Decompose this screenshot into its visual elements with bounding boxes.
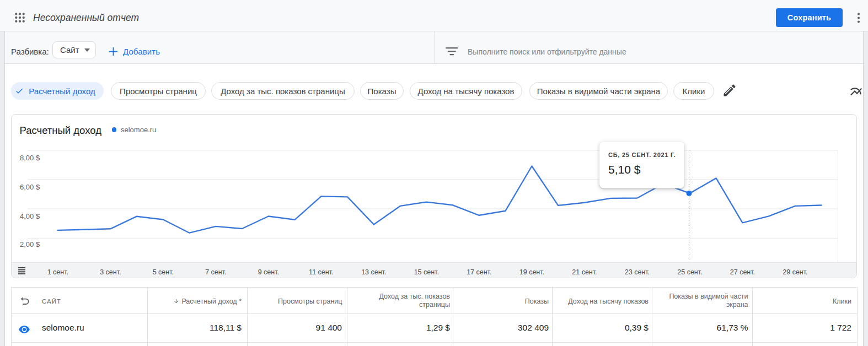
svg-text:27 сент.: 27 сент.	[730, 268, 755, 276]
svg-text:2,00 $: 2,00 $	[20, 240, 40, 248]
svg-text:29 сент.: 29 сент.	[783, 268, 807, 276]
svg-text:19 сент.: 19 сент.	[519, 268, 544, 276]
svg-text:21 сент.: 21 сент.	[572, 268, 597, 276]
svg-text:23 сент.: 23 сент.	[625, 268, 650, 276]
svg-text:9 сент.: 9 сент.	[258, 268, 279, 276]
svg-text:17 сент.: 17 сент.	[467, 268, 491, 276]
svg-text:5 сент.: 5 сент.	[153, 268, 174, 276]
svg-text:8,00 $: 8,00 $	[20, 154, 40, 162]
svg-text:15 сент.: 15 сент.	[414, 268, 439, 276]
svg-text:25 сент.: 25 сент.	[677, 268, 702, 276]
svg-text:1 сент.: 1 сент.	[47, 268, 68, 276]
svg-text:3 сент.: 3 сент.	[100, 268, 121, 276]
svg-text:7 сент.: 7 сент.	[205, 268, 226, 276]
svg-text:4,00 $: 4,00 $	[20, 212, 40, 220]
svg-text:13 сент.: 13 сент.	[361, 268, 386, 276]
svg-text:6,00 $: 6,00 $	[20, 183, 40, 191]
svg-text:11 сент.: 11 сент.	[309, 268, 333, 276]
